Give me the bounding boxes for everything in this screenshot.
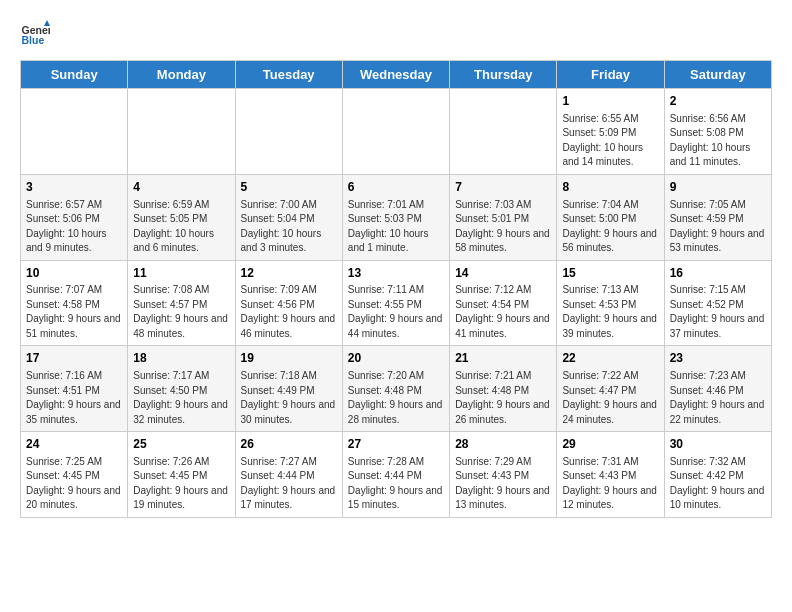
day-number: 27	[348, 436, 444, 453]
calendar-cell: 25Sunrise: 7:26 AM Sunset: 4:45 PM Dayli…	[128, 432, 235, 518]
calendar-cell: 22Sunrise: 7:22 AM Sunset: 4:47 PM Dayli…	[557, 346, 664, 432]
calendar-cell: 23Sunrise: 7:23 AM Sunset: 4:46 PM Dayli…	[664, 346, 771, 432]
day-number: 17	[26, 350, 122, 367]
svg-text:Blue: Blue	[22, 34, 45, 46]
calendar-cell: 10Sunrise: 7:07 AM Sunset: 4:58 PM Dayli…	[21, 260, 128, 346]
day-info: Sunrise: 7:16 AM Sunset: 4:51 PM Dayligh…	[26, 369, 122, 427]
day-info: Sunrise: 7:25 AM Sunset: 4:45 PM Dayligh…	[26, 455, 122, 513]
calendar-cell: 21Sunrise: 7:21 AM Sunset: 4:48 PM Dayli…	[450, 346, 557, 432]
day-info: Sunrise: 7:13 AM Sunset: 4:53 PM Dayligh…	[562, 283, 658, 341]
day-info: Sunrise: 7:03 AM Sunset: 5:01 PM Dayligh…	[455, 198, 551, 256]
calendar-cell	[21, 89, 128, 175]
day-header-wednesday: Wednesday	[342, 61, 449, 89]
header: General Blue	[20, 20, 772, 50]
calendar-cell: 12Sunrise: 7:09 AM Sunset: 4:56 PM Dayli…	[235, 260, 342, 346]
calendar-week-row: 3Sunrise: 6:57 AM Sunset: 5:06 PM Daylig…	[21, 174, 772, 260]
calendar-cell: 17Sunrise: 7:16 AM Sunset: 4:51 PM Dayli…	[21, 346, 128, 432]
day-info: Sunrise: 6:55 AM Sunset: 5:09 PM Dayligh…	[562, 112, 658, 170]
day-number: 18	[133, 350, 229, 367]
day-info: Sunrise: 7:28 AM Sunset: 4:44 PM Dayligh…	[348, 455, 444, 513]
calendar-cell: 26Sunrise: 7:27 AM Sunset: 4:44 PM Dayli…	[235, 432, 342, 518]
day-info: Sunrise: 7:08 AM Sunset: 4:57 PM Dayligh…	[133, 283, 229, 341]
calendar-cell: 11Sunrise: 7:08 AM Sunset: 4:57 PM Dayli…	[128, 260, 235, 346]
day-number: 29	[562, 436, 658, 453]
calendar-week-row: 24Sunrise: 7:25 AM Sunset: 4:45 PM Dayli…	[21, 432, 772, 518]
day-number: 4	[133, 179, 229, 196]
day-header-saturday: Saturday	[664, 61, 771, 89]
calendar-cell: 18Sunrise: 7:17 AM Sunset: 4:50 PM Dayli…	[128, 346, 235, 432]
day-number: 16	[670, 265, 766, 282]
day-number: 3	[26, 179, 122, 196]
calendar-cell: 6Sunrise: 7:01 AM Sunset: 5:03 PM Daylig…	[342, 174, 449, 260]
calendar-cell: 29Sunrise: 7:31 AM Sunset: 4:43 PM Dayli…	[557, 432, 664, 518]
day-number: 11	[133, 265, 229, 282]
day-info: Sunrise: 7:31 AM Sunset: 4:43 PM Dayligh…	[562, 455, 658, 513]
calendar-cell: 24Sunrise: 7:25 AM Sunset: 4:45 PM Dayli…	[21, 432, 128, 518]
calendar-cell: 20Sunrise: 7:20 AM Sunset: 4:48 PM Dayli…	[342, 346, 449, 432]
calendar-cell: 2Sunrise: 6:56 AM Sunset: 5:08 PM Daylig…	[664, 89, 771, 175]
calendar-cell: 28Sunrise: 7:29 AM Sunset: 4:43 PM Dayli…	[450, 432, 557, 518]
day-info: Sunrise: 7:01 AM Sunset: 5:03 PM Dayligh…	[348, 198, 444, 256]
calendar-cell: 14Sunrise: 7:12 AM Sunset: 4:54 PM Dayli…	[450, 260, 557, 346]
day-number: 13	[348, 265, 444, 282]
day-number: 12	[241, 265, 337, 282]
calendar-cell	[235, 89, 342, 175]
calendar-body: 1Sunrise: 6:55 AM Sunset: 5:09 PM Daylig…	[21, 89, 772, 518]
day-info: Sunrise: 7:15 AM Sunset: 4:52 PM Dayligh…	[670, 283, 766, 341]
day-number: 10	[26, 265, 122, 282]
day-number: 22	[562, 350, 658, 367]
day-info: Sunrise: 7:20 AM Sunset: 4:48 PM Dayligh…	[348, 369, 444, 427]
calendar-cell: 9Sunrise: 7:05 AM Sunset: 4:59 PM Daylig…	[664, 174, 771, 260]
day-info: Sunrise: 7:12 AM Sunset: 4:54 PM Dayligh…	[455, 283, 551, 341]
calendar-cell: 19Sunrise: 7:18 AM Sunset: 4:49 PM Dayli…	[235, 346, 342, 432]
calendar-week-row: 17Sunrise: 7:16 AM Sunset: 4:51 PM Dayli…	[21, 346, 772, 432]
day-number: 7	[455, 179, 551, 196]
day-number: 8	[562, 179, 658, 196]
calendar-cell: 4Sunrise: 6:59 AM Sunset: 5:05 PM Daylig…	[128, 174, 235, 260]
calendar-cell: 7Sunrise: 7:03 AM Sunset: 5:01 PM Daylig…	[450, 174, 557, 260]
calendar-cell: 8Sunrise: 7:04 AM Sunset: 5:00 PM Daylig…	[557, 174, 664, 260]
day-header-thursday: Thursday	[450, 61, 557, 89]
calendar-week-row: 10Sunrise: 7:07 AM Sunset: 4:58 PM Dayli…	[21, 260, 772, 346]
day-number: 19	[241, 350, 337, 367]
calendar-header-row: SundayMondayTuesdayWednesdayThursdayFrid…	[21, 61, 772, 89]
day-info: Sunrise: 7:22 AM Sunset: 4:47 PM Dayligh…	[562, 369, 658, 427]
day-info: Sunrise: 7:04 AM Sunset: 5:00 PM Dayligh…	[562, 198, 658, 256]
calendar-table: SundayMondayTuesdayWednesdayThursdayFrid…	[20, 60, 772, 518]
day-info: Sunrise: 7:18 AM Sunset: 4:49 PM Dayligh…	[241, 369, 337, 427]
calendar-cell: 5Sunrise: 7:00 AM Sunset: 5:04 PM Daylig…	[235, 174, 342, 260]
day-info: Sunrise: 7:07 AM Sunset: 4:58 PM Dayligh…	[26, 283, 122, 341]
day-info: Sunrise: 6:59 AM Sunset: 5:05 PM Dayligh…	[133, 198, 229, 256]
day-header-tuesday: Tuesday	[235, 61, 342, 89]
day-info: Sunrise: 7:29 AM Sunset: 4:43 PM Dayligh…	[455, 455, 551, 513]
calendar-cell	[342, 89, 449, 175]
day-info: Sunrise: 6:57 AM Sunset: 5:06 PM Dayligh…	[26, 198, 122, 256]
calendar-cell: 13Sunrise: 7:11 AM Sunset: 4:55 PM Dayli…	[342, 260, 449, 346]
calendar-cell: 15Sunrise: 7:13 AM Sunset: 4:53 PM Dayli…	[557, 260, 664, 346]
day-info: Sunrise: 7:00 AM Sunset: 5:04 PM Dayligh…	[241, 198, 337, 256]
day-info: Sunrise: 7:26 AM Sunset: 4:45 PM Dayligh…	[133, 455, 229, 513]
day-number: 21	[455, 350, 551, 367]
day-number: 30	[670, 436, 766, 453]
day-info: Sunrise: 7:23 AM Sunset: 4:46 PM Dayligh…	[670, 369, 766, 427]
calendar-cell: 27Sunrise: 7:28 AM Sunset: 4:44 PM Dayli…	[342, 432, 449, 518]
day-number: 20	[348, 350, 444, 367]
calendar-cell	[450, 89, 557, 175]
logo-icon: General Blue	[20, 20, 50, 50]
day-header-sunday: Sunday	[21, 61, 128, 89]
day-number: 2	[670, 93, 766, 110]
day-info: Sunrise: 6:56 AM Sunset: 5:08 PM Dayligh…	[670, 112, 766, 170]
calendar-week-row: 1Sunrise: 6:55 AM Sunset: 5:09 PM Daylig…	[21, 89, 772, 175]
day-header-friday: Friday	[557, 61, 664, 89]
day-info: Sunrise: 7:27 AM Sunset: 4:44 PM Dayligh…	[241, 455, 337, 513]
day-number: 14	[455, 265, 551, 282]
day-header-monday: Monday	[128, 61, 235, 89]
day-number: 6	[348, 179, 444, 196]
day-info: Sunrise: 7:21 AM Sunset: 4:48 PM Dayligh…	[455, 369, 551, 427]
day-number: 24	[26, 436, 122, 453]
calendar-cell: 16Sunrise: 7:15 AM Sunset: 4:52 PM Dayli…	[664, 260, 771, 346]
calendar-cell: 30Sunrise: 7:32 AM Sunset: 4:42 PM Dayli…	[664, 432, 771, 518]
day-number: 26	[241, 436, 337, 453]
day-info: Sunrise: 7:09 AM Sunset: 4:56 PM Dayligh…	[241, 283, 337, 341]
day-number: 1	[562, 93, 658, 110]
